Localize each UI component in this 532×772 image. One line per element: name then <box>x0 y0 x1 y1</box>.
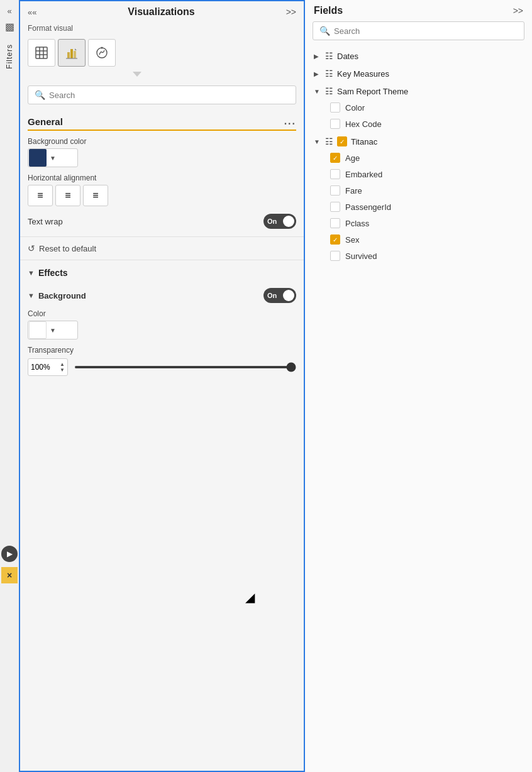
reset-label: Reset to default <box>39 244 96 253</box>
field-group-sam-report: ▼ ☷ Sam Report Theme Color Hex Code <box>313 83 524 132</box>
fields-search-bar[interactable]: 🔍 <box>313 21 524 40</box>
embarked-checkbox[interactable] <box>330 169 340 179</box>
field-item-pclass[interactable]: Pclass <box>313 215 524 231</box>
sam-report-group-header[interactable]: ▼ ☷ Sam Report Theme <box>313 83 524 99</box>
toolbar-analytics-btn[interactable] <box>88 39 116 67</box>
toolbar-table-btn[interactable] <box>28 39 55 67</box>
fields-search-icon: 🔍 <box>319 26 330 36</box>
svg-rect-0 <box>36 47 47 58</box>
bg-dropdown-arrow: ▼ <box>47 327 58 334</box>
sex-checkbox[interactable]: ✓ <box>330 234 340 245</box>
field-item-sex[interactable]: ✓ Sex <box>313 231 524 248</box>
age-checkbox[interactable]: ✓ <box>330 153 340 163</box>
dates-table-icon: ☷ <box>325 51 333 61</box>
active-tab-caret <box>133 72 141 77</box>
spinner-arrows[interactable]: ▲ ▼ <box>60 361 65 373</box>
key-measures-group-header[interactable]: ▶ ☷ Key Measures <box>313 65 524 82</box>
titanac-table-icon: ☷ <box>325 136 333 146</box>
titanac-group-checkbox[interactable]: ✓ <box>337 136 347 146</box>
fare-checkbox[interactable] <box>330 185 340 196</box>
alignment-buttons: ≡ ≡ ≡ <box>28 185 296 206</box>
viz-search-bar[interactable]: 🔍 <box>28 85 296 104</box>
fields-collapse-right[interactable]: >> <box>513 6 523 16</box>
field-item-fare[interactable]: Fare <box>313 182 524 199</box>
svg-rect-6 <box>70 49 73 58</box>
background-color-picker[interactable]: ▼ <box>28 148 78 167</box>
viz-panel-collapse-left[interactable]: «« <box>28 8 36 17</box>
field-group-titanac: ▼ ☷ ✓ Titanac ✓ Age Embarked Fare <box>313 133 524 264</box>
fields-panel: Fields >> 🔍 ▶ ☷ Dates ▶ ☷ Key Meas <box>305 0 532 772</box>
color-dropdown-arrow: ▼ <box>47 155 58 162</box>
close-button[interactable]: × <box>1 567 18 583</box>
align-center-button[interactable]: ≡ <box>55 185 80 206</box>
age-field-label: Age <box>345 153 360 163</box>
background-toggle[interactable]: On <box>263 288 296 303</box>
filters-tab: « ▩ Filters <box>0 0 19 772</box>
fields-search-input[interactable] <box>334 26 518 36</box>
general-title: General <box>28 116 63 127</box>
reset-to-default-button[interactable]: ↺ Reset to default <box>20 236 304 260</box>
color-checkbox[interactable] <box>330 102 340 113</box>
field-item-embarked[interactable]: Embarked <box>313 166 524 182</box>
effects-header[interactable]: ▼ Effects <box>28 268 296 278</box>
hex-code-field-label: Hex Code <box>345 119 382 129</box>
collapse-left-icon[interactable]: « <box>7 6 11 16</box>
fare-field-label: Fare <box>345 186 362 196</box>
filters-vertical-label: Filters <box>5 44 14 69</box>
passenger-id-field-label: PassengerId <box>345 202 391 212</box>
horizontal-alignment-label: Horizontal alignment <box>28 174 296 182</box>
align-right-button[interactable]: ≡ <box>83 185 108 206</box>
embarked-field-label: Embarked <box>345 170 382 179</box>
dates-expand-icon: ▶ <box>314 53 321 60</box>
sam-report-table-icon: ☷ <box>325 86 333 96</box>
transparency-row: Transparency 100% ▲ ▼ <box>28 346 296 376</box>
viz-search-input[interactable] <box>49 91 289 100</box>
reset-icon: ↺ <box>28 243 35 253</box>
audio-icon[interactable]: ▩ <box>5 21 14 33</box>
transparency-slider-container: 100% ▲ ▼ <box>28 358 296 376</box>
viz-panel-header: «« Visualizations >> <box>20 1 304 23</box>
field-item-survived[interactable]: Survived <box>313 248 524 264</box>
svg-point-10 <box>101 47 103 49</box>
general-section: General ... Background color ▼ Horizonta… <box>20 111 304 234</box>
titanac-group-header[interactable]: ▼ ☷ ✓ Titanac <box>313 133 524 150</box>
field-item-age[interactable]: ✓ Age <box>313 150 524 166</box>
sex-field-label: Sex <box>345 235 359 245</box>
survived-checkbox[interactable] <box>330 251 340 261</box>
field-group-dates: ▶ ☷ Dates <box>313 48 524 64</box>
hex-code-checkbox[interactable] <box>330 119 340 129</box>
viz-panel-collapse-right[interactable]: >> <box>286 7 296 17</box>
dates-group-label: Dates <box>337 52 358 61</box>
general-more-button[interactable]: ... <box>284 116 296 127</box>
dates-group-header[interactable]: ▶ ☷ Dates <box>313 48 524 64</box>
pclass-checkbox[interactable] <box>330 218 340 228</box>
fields-title: Fields <box>314 5 343 16</box>
passenger-id-checkbox[interactable] <box>330 202 340 212</box>
text-wrap-state: On <box>267 218 277 225</box>
bg-color-label: Color <box>28 309 296 318</box>
field-item-color[interactable]: Color <box>313 99 524 116</box>
sam-report-group-label: Sam Report Theme <box>337 87 408 96</box>
align-left-button[interactable]: ≡ <box>28 185 53 206</box>
key-measures-group-label: Key Measures <box>337 69 389 79</box>
svg-rect-5 <box>67 52 70 58</box>
transparency-spinner[interactable]: 100% ▲ ▼ <box>28 358 68 376</box>
color-field-label: Color <box>345 103 365 113</box>
fields-list: ▶ ☷ Dates ▶ ☷ Key Measures ▼ ☷ Sam Repor <box>305 45 532 772</box>
transparency-slider[interactable] <box>74 366 296 368</box>
bg-color-picker[interactable]: ▼ <box>28 321 78 339</box>
pclass-field-label: Pclass <box>345 219 369 228</box>
background-chevron: ▼ <box>28 292 35 299</box>
background-subheader: ▼ Background On <box>28 288 296 303</box>
background-subheader-left: ▼ Background <box>28 291 86 301</box>
toolbar-format-btn[interactable] <box>58 39 86 67</box>
effects-section: ▼ Effects <box>20 263 304 283</box>
field-item-hex-code[interactable]: Hex Code <box>313 116 524 132</box>
text-wrap-toggle[interactable]: On <box>263 214 296 229</box>
play-button[interactable]: ▶ <box>1 546 18 562</box>
background-title: Background <box>38 291 86 301</box>
titanac-group-label: Titanac <box>351 137 377 146</box>
viz-panel-title: Visualizations <box>128 6 194 18</box>
text-wrap-label: Text wrap <box>28 217 63 226</box>
field-item-passenger-id[interactable]: PassengerId <box>313 199 524 215</box>
